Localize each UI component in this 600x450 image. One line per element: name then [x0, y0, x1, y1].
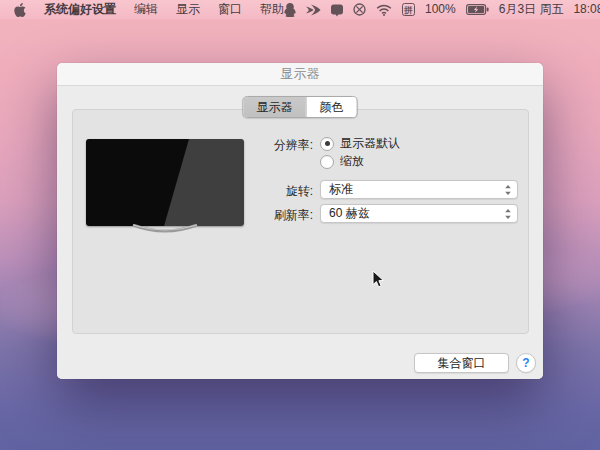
menubar-date[interactable]: 6月3日 周五: [499, 0, 564, 19]
menu-bar: 系统偏好设置 编辑 显示 窗口 帮助: [0, 0, 600, 19]
mouse-cursor-icon: [372, 270, 385, 293]
blocked-circle-icon[interactable]: [353, 3, 366, 16]
tab-bar: 显示器 颜色: [243, 96, 358, 118]
resolution-option-scaled[interactable]: 缩放: [320, 153, 364, 170]
menu-app-name[interactable]: 系统偏好设置: [44, 0, 116, 19]
resolution-option-default[interactable]: 显示器默认: [320, 135, 400, 152]
menu-view[interactable]: 显示: [176, 0, 200, 19]
refresh-rate-value: 60 赫兹: [321, 205, 504, 222]
xunlei-bird-icon[interactable]: [306, 4, 321, 16]
pinyin-input-label: 拼: [402, 3, 415, 16]
rotation-popup[interactable]: 标准: [320, 180, 518, 199]
refresh-rate-popup[interactable]: 60 赫兹: [320, 204, 518, 223]
menubar-time[interactable]: 18:08: [573, 0, 600, 19]
evernote-icon[interactable]: [331, 3, 343, 17]
display-settings-group: 分辨率: 显示器默认 缩放 旋转: 标准: [72, 109, 529, 334]
radio-default-label: 显示器默认: [340, 135, 400, 152]
radio-scaled[interactable]: [320, 155, 334, 169]
rotation-value: 标准: [321, 181, 504, 198]
menu-help[interactable]: 帮助: [260, 0, 284, 19]
menu-window[interactable]: 窗口: [218, 0, 242, 19]
tab-color[interactable]: 颜色: [306, 97, 357, 117]
help-button[interactable]: ?: [516, 353, 536, 373]
battery-charging-icon[interactable]: [466, 4, 489, 15]
menu-edit[interactable]: 编辑: [134, 0, 158, 19]
battery-percent: 100%: [425, 0, 456, 19]
resolution-label: 分辨率:: [193, 137, 313, 154]
apple-menu-icon[interactable]: [14, 3, 26, 17]
wifi-icon[interactable]: [376, 4, 392, 16]
radio-scaled-label: 缩放: [340, 153, 364, 170]
refresh-rate-label: 刷新率:: [193, 207, 313, 224]
popup-chevrons-icon: [504, 208, 517, 220]
popup-chevrons-icon: [504, 184, 517, 196]
displays-window: 显示器 显示器 颜色 分辨率: 显示器默认: [57, 63, 543, 379]
rotation-label: 旋转:: [193, 183, 313, 200]
window-title-bar[interactable]: 显示器: [57, 63, 543, 86]
window-content: 显示器 颜色 分辨率: 显示器默认 缩放: [57, 86, 543, 379]
window-title: 显示器: [281, 65, 320, 83]
qq-icon[interactable]: [284, 3, 296, 17]
tab-display[interactable]: 显示器: [244, 97, 306, 117]
gather-windows-button[interactable]: 集合窗口: [414, 353, 509, 373]
radio-default-for-display[interactable]: [320, 137, 334, 151]
input-method-icon[interactable]: 拼: [402, 3, 415, 16]
desktop: 系统偏好设置 编辑 显示 窗口 帮助: [0, 0, 600, 450]
monitor-stand: [130, 222, 200, 240]
